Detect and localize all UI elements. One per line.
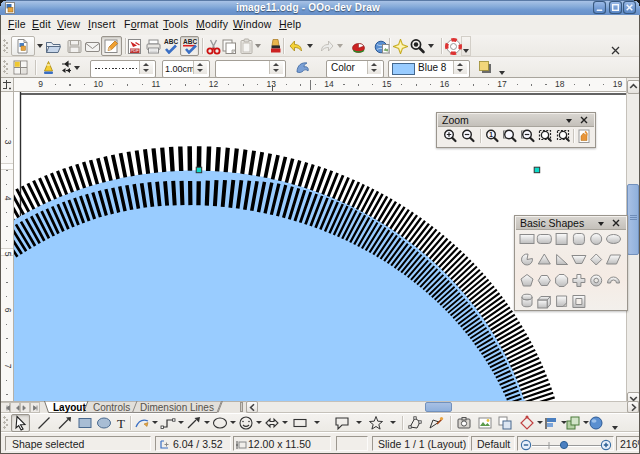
svg-text:ABC: ABC — [164, 38, 178, 45]
svg-text:T: T — [117, 416, 125, 431]
svg-text:Controls: Controls — [93, 402, 130, 413]
svg-text:1: 1 — [489, 131, 493, 138]
svg-text:Layout: Layout — [53, 402, 86, 413]
svg-text:Dimension Lines: Dimension Lines — [140, 402, 214, 413]
svg-text:ABC: ABC — [183, 38, 197, 45]
svg-text:PDF: PDF — [131, 48, 140, 53]
